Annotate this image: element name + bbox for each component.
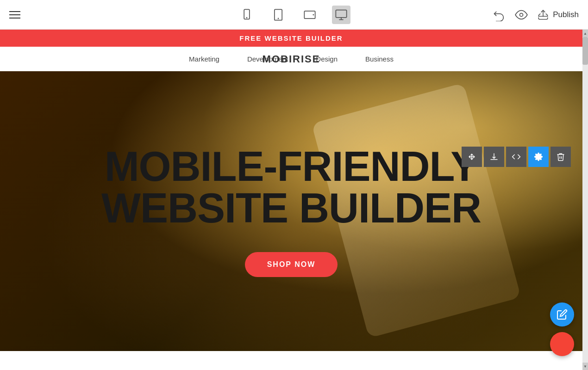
hero-title-line2: WEBSITE BUILDER (101, 185, 481, 231)
svg-point-8 (520, 13, 523, 16)
toolbar-center (238, 6, 350, 24)
block-delete-button[interactable] (550, 147, 571, 167)
add-block-fab-button[interactable] (550, 332, 574, 356)
scroll-down-arrow[interactable]: ▼ (582, 363, 588, 370)
nav-links: Marketing Development MOBIRISE Design Bu… (19, 55, 564, 63)
fab-container (550, 302, 574, 356)
promo-banner: FREE WEBSITE BUILDER (0, 30, 582, 47)
scrollbar[interactable]: ▲ ▼ (582, 30, 588, 370)
hero-section: MOBILE-FRIENDLY WEBSITE BUILDER SHOP NOW (0, 71, 582, 351)
block-settings-button[interactable] (528, 147, 549, 167)
preview-button[interactable] (515, 8, 528, 21)
block-code-button[interactable] (506, 147, 526, 167)
hero-title: MOBILE-FRIENDLY WEBSITE BUILDER (101, 146, 481, 229)
block-download-button[interactable] (484, 147, 504, 167)
publish-label: Publish (553, 10, 579, 19)
mobile-view-button[interactable] (238, 6, 256, 24)
tablet-landscape-view-button[interactable] (300, 6, 319, 24)
desktop-view-button[interactable] (332, 6, 350, 24)
nav-logo: MOBIRISE (263, 53, 320, 65)
block-toolbar (462, 147, 571, 167)
edit-fab-button[interactable] (550, 302, 574, 327)
publish-button[interactable]: Publish (537, 9, 579, 21)
hero-content: MOBILE-FRIENDLY WEBSITE BUILDER SHOP NOW (0, 71, 582, 351)
toolbar-left (9, 11, 20, 18)
toolbar-right: Publish (493, 8, 579, 21)
block-move-button[interactable] (462, 147, 482, 167)
svg-rect-6 (336, 10, 346, 17)
menu-icon[interactable] (9, 11, 20, 18)
scroll-thumb[interactable] (582, 37, 588, 65)
nav-link-business[interactable]: Business (365, 55, 394, 63)
undo-button[interactable] (493, 8, 506, 21)
hero-cta-button[interactable]: SHOP NOW (245, 252, 338, 277)
nav-link-marketing[interactable]: Marketing (189, 55, 219, 63)
banner-text: FREE WEBSITE BUILDER (239, 34, 343, 42)
tablet-view-button[interactable] (269, 6, 288, 24)
main-content: FREE WEBSITE BUILDER Marketing Developme… (0, 30, 582, 351)
navigation-bar: Marketing Development MOBIRISE Design Bu… (0, 47, 582, 71)
hero-title-line1: MOBILE-FRIENDLY (105, 143, 478, 190)
top-toolbar: Publish (0, 0, 588, 30)
scroll-up-arrow[interactable]: ▲ (582, 30, 588, 37)
